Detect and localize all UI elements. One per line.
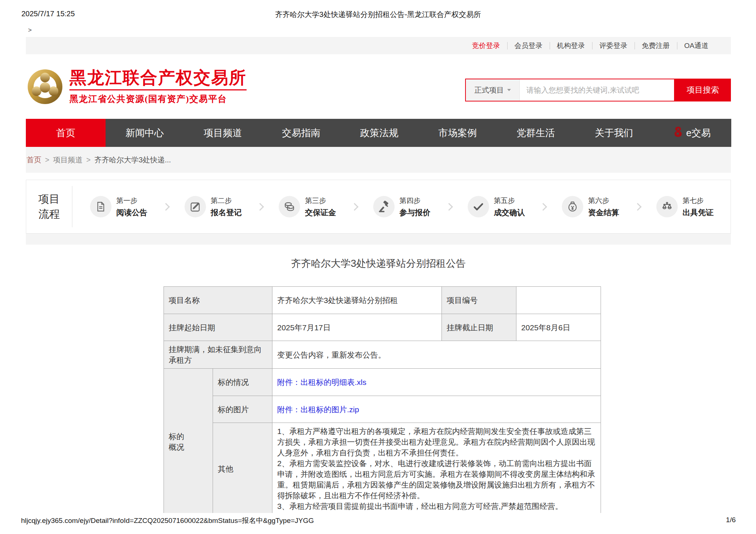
end-date-label: 挂牌截止日期 [442,314,516,341]
step-number: 第二步 [211,196,242,206]
project-no-label: 项目编号 [442,287,516,314]
expiry-value: 变更公告内容，重新发布公告。 [272,341,601,369]
table-row: 其他 1、承租方严格遵守出租方的各项规定，承租方在院内经营期间发生安全责任事故或… [164,423,601,513]
flow-step-register: 第二步 报名登记 [185,196,242,218]
document-icon [90,196,111,217]
attachment-link-xls[interactable]: 附件：出租标的明细表.xls [277,378,367,386]
table-row: 标的 概况 标的情况 附件：出租标的明细表.xls [164,369,601,396]
project-search-button[interactable]: 项目搜索 [675,79,731,101]
subject-info-label: 标的情况 [213,369,272,396]
subject-group-label: 标的 概况 [164,369,213,513]
nav-item-projects[interactable]: 项目频道 [184,119,262,147]
nav-item-party-life[interactable]: 党群生活 [496,119,575,147]
logo-title: 黑龙江联合产权交易所 [69,68,247,90]
other-term-2: 2、承租方需安装监控设备，对水、电进行改建或进行装修装饰，动工前需向出租方提出书… [277,458,596,501]
stray-character: > [28,27,32,34]
table-row: 挂牌期满，如未征集到意向承租方 变更公告内容，重新发布公告。 [164,341,601,369]
step-name: 出具凭证 [683,207,714,218]
nav-item-home[interactable]: 首页 [26,119,106,147]
announcement-table: 项目名称 齐齐哈尔大学3处快递驿站分别招租 项目编号 挂牌起始日期 2025年7… [164,286,601,513]
nav-item-trade-guide[interactable]: 交易指南 [262,119,340,147]
other-terms-cell: 1、承租方严格遵守出租方的各项规定，承租方在院内经营期间发生安全责任事故或造成第… [272,423,601,513]
chevron-right-icon [351,203,358,210]
step-number: 第四步 [399,196,430,206]
logo-text: 黑龙江联合产权交易所 黑龙江省公共资源(国有资产)交易平台 [69,68,247,105]
attachment-link-zip[interactable]: 附件：出租标的图片.zip [277,405,359,414]
search-category-value: 正式项目 [474,85,504,95]
project-name-value: 齐齐哈尔大学3处快递驿站分别招租 [272,287,442,314]
nav-item-news[interactable]: 新闻中心 [106,119,184,147]
link-judge-login[interactable]: 评委登录 [592,42,635,49]
scales-icon [656,196,678,217]
other-term-3: 3、承租方经营项目需提前提出书面申请，经出租方同意方可经营,严禁超范围经营。 [277,501,596,511]
step-name: 参与报价 [399,207,430,218]
breadcrumb-projects[interactable]: 项目频道 [53,155,83,165]
step-name: 报名登记 [211,207,242,218]
project-flow-label: 项目 流程 [26,192,72,222]
link-member-login[interactable]: 会员登录 [507,42,550,49]
link-free-register[interactable]: 免费注册 [635,42,677,49]
flow-step-confirm: 第五步 成交确认 [468,196,525,218]
print-header: 2025/7/17 15:25 齐齐哈尔大学3处快递驿站分别招租公告-黑龙江联合… [0,10,756,19]
login-bar: 竞价登录 会员登录 机构登录 评委登录 免费注册 OA通道 [26,37,731,54]
section-gap [26,234,731,245]
nav-item-about[interactable]: 关于我们 [575,119,653,147]
edit-icon [185,196,206,217]
nav-item-cases[interactable]: 市场案例 [419,119,497,147]
main-nav: 首页 新闻中心 项目频道 交易指南 政策法规 市场案例 党群生活 关于我们 e交… [26,119,731,147]
page-title: 齐齐哈尔大学3处快递驿站分别招租公告 [26,257,731,270]
check-icon [468,196,489,217]
step-number: 第五步 [494,196,525,206]
search-input[interactable] [520,79,674,101]
flow-step-settlement: 第六步 资金结算 [562,196,619,218]
project-search-bar: 正式项目 项目搜索 [465,79,731,101]
link-oa-channel[interactable]: OA通道 [677,42,715,49]
flow-step-certificate: 第七步 出具凭证 [656,196,714,218]
flow-step-bid: 第四步 参与报价 [373,196,430,218]
project-name-label: 项目名称 [164,287,272,314]
step-name: 成交确认 [494,207,525,218]
step-number: 第三步 [305,196,336,206]
subject-image-cell: 附件：出租标的图片.zip [272,396,601,423]
chevron-right-icon [445,203,453,210]
chevron-right-icon [634,203,642,210]
search-category-select[interactable]: 正式项目 [466,79,520,101]
print-url: hljcqjy.ejy365.com/ejy/Detail?infoId=ZZC… [21,516,314,526]
table-row: 挂牌起始日期 2025年7月17日 挂牌截止日期 2025年8月6日 [164,314,601,341]
nav-item-etrade[interactable]: e交易 [653,119,731,147]
breadcrumb-home[interactable]: 首页 [27,155,41,165]
subject-image-label: 标的图片 [213,396,272,423]
flow-step-read-notice: 第一步 阅读公告 [90,196,147,218]
chevron-right-icon [539,203,547,210]
start-date-label: 挂牌起始日期 [164,314,272,341]
step-name: 资金结算 [588,207,619,218]
breadcrumb-current: 齐齐哈尔大学3处快递... [94,155,171,165]
flow-steps: 第一步 阅读公告 第二步 报名登记 [72,196,731,218]
step-name: 交保证金 [305,207,336,218]
chevron-right-icon [256,203,264,210]
money-bag-icon [562,196,583,217]
breadcrumb: 首页 > 项目频道 > 齐齐哈尔大学3处快递... [26,147,731,173]
site-logo[interactable]: 黑龙江联合产权交易所 黑龙江省公共资源(国有资产)交易平台 [27,68,247,107]
site-header: 黑龙江联合产权交易所 黑龙江省公共资源(国有资产)交易平台 正式项目 项目搜索 [26,54,731,119]
link-institution-login[interactable]: 机构登录 [550,42,592,49]
logo-subtitle: 黑龙江省公共资源(国有资产)交易平台 [69,93,247,105]
chevron-down-icon [507,89,511,91]
nav-item-etrade-label: e交易 [686,127,711,139]
step-number: 第一步 [116,196,147,206]
e-trade-seal-icon [674,126,683,140]
project-flow: 项目 流程 第一步 阅读公告 第二步 [26,180,731,234]
breadcrumb-separator: > [45,156,49,164]
table-row: 项目名称 齐齐哈尔大学3处快递驿站分别招租 项目编号 [164,287,601,314]
print-doc-title: 齐齐哈尔大学3处快递驿站分别招租公告-黑龙江联合产权交易所 [0,10,756,20]
gavel-icon [373,196,395,217]
expiry-label: 挂牌期满，如未征集到意向承租方 [164,341,272,369]
coins-icon [279,196,300,217]
nav-item-policies[interactable]: 政策法规 [340,119,419,147]
link-bid-login[interactable]: 竞价登录 [465,42,507,49]
table-row: 标的图片 附件：出租标的图片.zip [164,396,601,423]
end-date-value: 2025年8月6日 [516,314,601,341]
flow-step-deposit: 第三步 交保证金 [279,196,336,218]
chevron-right-icon [162,203,170,210]
breadcrumb-separator: > [86,156,91,164]
